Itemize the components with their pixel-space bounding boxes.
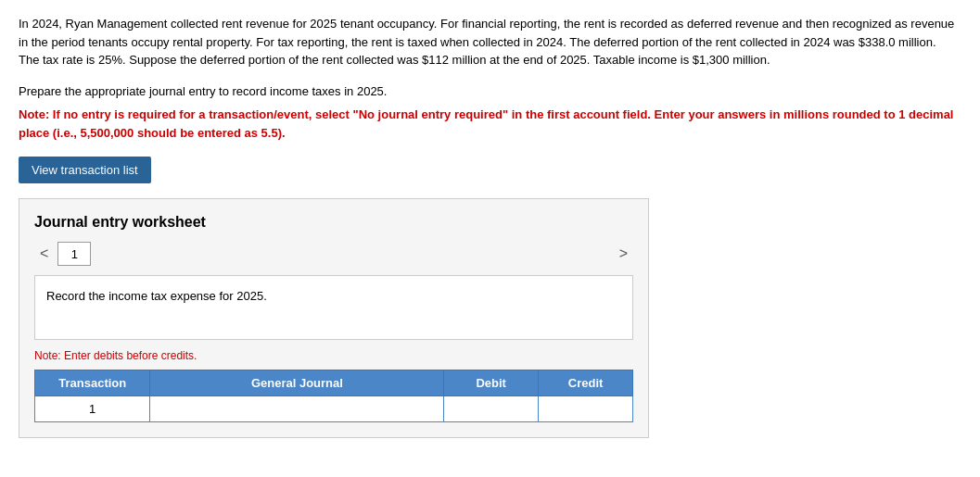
intro-paragraph: In 2024, Ryan Management collected rent … bbox=[19, 15, 955, 69]
cell-credit[interactable] bbox=[539, 396, 633, 422]
nav-arrow-right[interactable]: > bbox=[614, 244, 633, 264]
header-debit: Debit bbox=[444, 370, 539, 396]
worksheet-nav: < 1 > bbox=[34, 242, 633, 266]
nav-arrow-left[interactable]: < bbox=[34, 244, 54, 264]
cell-debit[interactable] bbox=[444, 396, 539, 422]
cell-transaction: 1 bbox=[35, 396, 150, 422]
nav-number-box: 1 bbox=[57, 242, 91, 266]
worksheet-title: Journal entry worksheet bbox=[34, 214, 633, 231]
prepare-text: Prepare the appropriate journal entry to… bbox=[19, 82, 961, 101]
table-row: 1 bbox=[35, 396, 633, 422]
nav-number: 1 bbox=[71, 247, 78, 261]
journal-entry-worksheet: Journal entry worksheet < 1 > Record the… bbox=[19, 198, 649, 438]
header-transaction: Transaction bbox=[35, 370, 150, 396]
entry-description: Record the income tax expense for 2025. bbox=[34, 275, 633, 340]
journal-table: Transaction General Journal Debit Credit… bbox=[34, 370, 633, 422]
cell-general-journal[interactable] bbox=[150, 396, 444, 422]
view-transaction-list-button[interactable]: View transaction list bbox=[19, 157, 151, 183]
note-debits: Note: Enter debits before credits. bbox=[34, 349, 633, 362]
header-credit: Credit bbox=[539, 370, 633, 396]
note-red-text: Note: If no entry is required for a tran… bbox=[19, 106, 955, 142]
header-general-journal: General Journal bbox=[150, 370, 444, 396]
